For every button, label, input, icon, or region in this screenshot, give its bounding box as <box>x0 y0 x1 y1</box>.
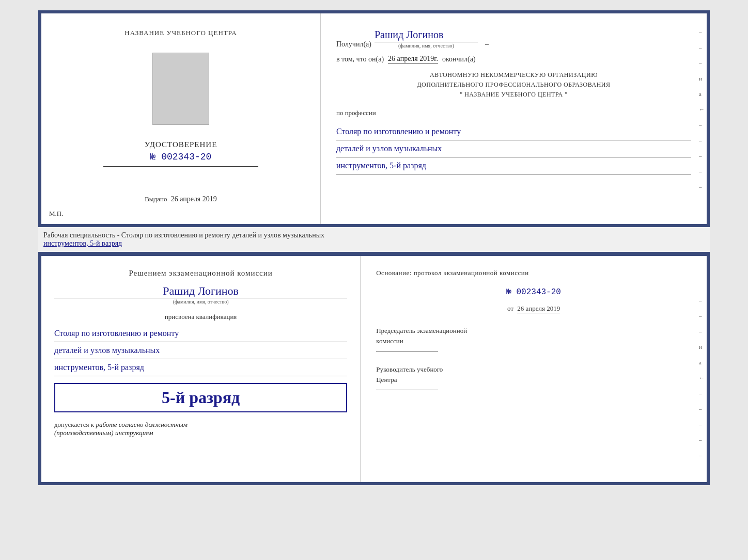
profession-line3-top: инструментов, 5-й разряд <box>336 157 691 174</box>
between-label: Рабочая специальность - Столяр по изгото… <box>38 227 710 253</box>
ot-date: от 26 апреля 2019 <box>376 305 691 313</box>
photo-placeholder <box>152 53 209 125</box>
between-text-underline: инструментов, 5-й разряд <box>43 239 122 247</box>
name-hint-top: (фамилия, имя, отчество) <box>398 43 454 49</box>
profession-line2-top: деталей и узлов музыкальных <box>336 140 691 157</box>
razryad-box: 5-й разряд <box>54 383 347 412</box>
top-doc-left: НАЗВАНИЕ УЧЕБНОГО ЦЕНТРА УДОСТОВЕРЕНИЕ №… <box>41 13 321 224</box>
certificate-wrapper: НАЗВАНИЕ УЧЕБНОГО ЦЕНТРА УДОСТОВЕРЕНИЕ №… <box>38 10 710 485</box>
org-line1: АВТОНОМНУЮ НЕКОММЕРЧЕСКУЮ ОРГАНИЗАЦИЮ <box>336 70 691 80</box>
resheniem-title: Решением экзаменационной комиссии <box>54 269 347 278</box>
recipient-name-top: Рашид Логинов <box>375 29 478 42</box>
okonchil-label: окончил(а) <box>442 55 476 63</box>
between-text-prefix: Рабочая специальность - Столяр по изгото… <box>43 231 324 239</box>
bottom-doc-left: Решением экзаменационной комиссии Рашид … <box>41 256 361 482</box>
po-professii-label: по профессии <box>336 109 691 117</box>
dopuskaetsya-row: допускается к работе согласно должностны… <box>54 421 347 437</box>
rukovoditel-label: Руководитель учебного Центра <box>376 364 691 385</box>
name-row-bottom: Рашид Логинов (фамилия, имя, отчество) <box>54 284 347 305</box>
right-edge-marks-bottom: – – – и а ← – – – – – <box>699 297 705 458</box>
org-line2: ДОПОЛНИТЕЛЬНОГО ПРОФЕССИОНАЛЬНОГО ОБРАЗО… <box>336 80 691 90</box>
dopuskaetsya-handwritten1: работе согласно должностным <box>96 421 188 428</box>
profession-line3-bottom: инструментов, 5-й разряд <box>54 359 347 376</box>
cert-title: УДОСТОВЕРЕНИЕ <box>145 140 217 149</box>
vydano-label: Выдано <box>145 195 167 203</box>
vtom-date: 26 апреля 2019г. <box>388 55 438 64</box>
right-edge-marks: – – – и а ← – – – – – <box>699 29 705 190</box>
school-name-top: НАЗВАНИЕ УЧЕБНОГО ЦЕНТРА <box>124 29 237 37</box>
org-name-center: " НАЗВАНИЕ УЧЕБНОГО ЦЕНТРА " <box>336 90 691 100</box>
ot-date-value: 26 апреля 2019 <box>517 305 560 313</box>
bottom-document: Решением экзаменационной комиссии Рашид … <box>38 253 710 485</box>
profession-line1-bottom: Столяр по изготовлению и ремонту <box>54 325 347 342</box>
predsedatel-block: Председатель экзаменационной комиссии <box>376 326 691 351</box>
org-name: НАЗВАНИЕ УЧЕБНОГО ЦЕНТРА <box>464 91 563 98</box>
profession-line1-top: Столяр по изготовлению и ремонту <box>336 123 691 140</box>
predsedatel-label: Председатель экзаменационной комиссии <box>376 326 691 346</box>
razryad-large: 5-й разряд <box>61 388 340 407</box>
ot-label: от <box>507 305 513 312</box>
vtom-row: в том, что он(а) 26 апреля 2019г. окончи… <box>336 55 691 64</box>
profession-line2-bottom: деталей и узлов музыкальных <box>54 342 347 359</box>
name-hint-bottom: (фамилия, имя, отчество) <box>173 299 229 305</box>
vydano-row: Выдано 26 апреля 2019 <box>145 195 217 203</box>
dopuskaetsya-handwritten2: (производственным) инструкциям <box>54 429 153 437</box>
profession-block-bottom: Столяр по изготовлению и ремонту деталей… <box>54 325 347 376</box>
cert-number: № 002343-20 <box>150 152 212 162</box>
profession-block-top: Столяр по изготовлению и ремонту деталей… <box>336 123 691 174</box>
rukovoditel-block: Руководитель учебного Центра <box>376 364 691 390</box>
osnovanie-text: Основание: протокол экзаменационной коми… <box>376 269 691 277</box>
org-text-block: АВТОНОМНУЮ НЕКОММЕРЧЕСКУЮ ОРГАНИЗАЦИЮ ДО… <box>336 70 691 100</box>
prisvoena-label: присвоена квалификация <box>54 313 347 321</box>
line-separator-1 <box>103 166 258 167</box>
top-doc-right: – – – и а ← – – – – – Получил(а) Рашид Л… <box>321 13 707 224</box>
recipient-name-bottom: Рашид Логинов <box>54 284 347 298</box>
bottom-doc-right: – – – и а ← – – – – – Основание: протоко… <box>361 256 707 482</box>
vtom-label: в том, что он(а) <box>336 55 384 63</box>
dopuskaetsya-label: допускается к <box>54 421 94 428</box>
top-document: НАЗВАНИЕ УЧЕБНОГО ЦЕНТРА УДОСТОВЕРЕНИЕ №… <box>38 10 710 227</box>
rukovoditel-signature-line <box>376 390 438 390</box>
vydano-date: 26 апреля 2019 <box>171 195 217 203</box>
poluchil-row: Получил(а) Рашид Логинов (фамилия, имя, … <box>336 29 691 49</box>
mp-label: М.П. <box>49 210 63 218</box>
predsedatel-signature-line <box>376 351 438 351</box>
dash-top: – <box>485 40 489 49</box>
protocol-number: № 002343-20 <box>376 287 691 297</box>
poluchil-label: Получил(а) <box>336 40 371 49</box>
